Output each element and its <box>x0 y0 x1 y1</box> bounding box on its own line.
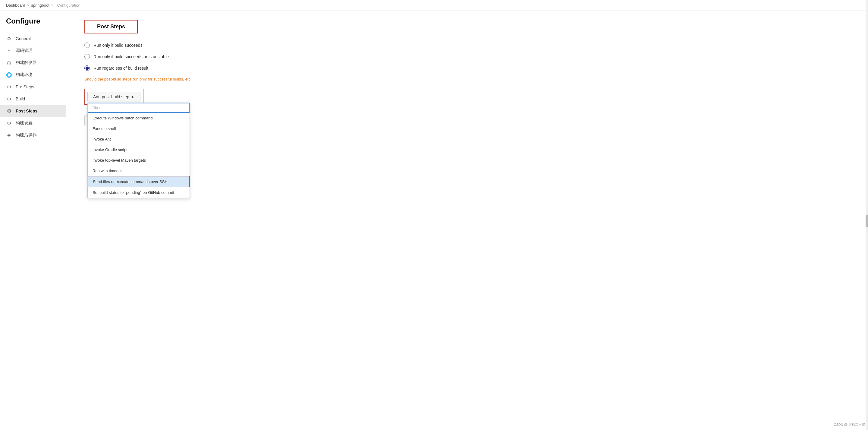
clock-icon: ◷ <box>6 60 12 66</box>
breadcrumb: Dashboard > springboot > Configuration <box>0 0 868 11</box>
gear-icon-2: ⚙ <box>6 84 12 90</box>
gear-icon-4: ⚙ <box>6 108 12 114</box>
breadcrumb-dashboard[interactable]: Dashboard <box>6 3 25 7</box>
radio-input-3[interactable] <box>84 65 90 71</box>
dropdown-item-2[interactable]: Execute shell <box>88 123 190 134</box>
sidebar-item-source[interactable]: ⑂ 源码管理 <box>0 45 66 57</box>
radio-label-3: Run regardless of build result <box>93 66 148 70</box>
main-content: Post Steps Run only if build succeeds Ru… <box>66 11 868 429</box>
sidebar-item-label: 构建环境 <box>16 72 33 78</box>
breadcrumb-springboot[interactable]: springboot <box>31 3 50 7</box>
hint-text: Should the post-build steps run only for… <box>84 77 850 81</box>
add-post-build-step-button[interactable]: Add post-build step ▲ <box>87 92 141 102</box>
sidebar-item-env[interactable]: 🌐 构建环境 <box>0 69 66 81</box>
radio-input-2[interactable] <box>84 54 90 59</box>
post-steps-title-box: Post Steps <box>84 20 138 33</box>
sidebar-item-general[interactable]: ⚙ General <box>0 33 66 45</box>
dropdown-item-3[interactable]: Invoke Ant <box>88 134 190 144</box>
dropdown-item-7[interactable]: Send files or execute commands over SSH <box>88 176 190 187</box>
dropdown-item-4[interactable]: Invoke Gradle script <box>88 144 190 155</box>
gear-icon-3: ⚙ <box>6 96 12 102</box>
cube-icon: ◈ <box>6 132 12 138</box>
gear-icon-5: ⚙ <box>6 120 12 126</box>
dropdown-item-5[interactable]: Invoke top-level Maven targets <box>88 155 190 166</box>
sidebar-item-post-build[interactable]: ◈ 构建后操作 <box>0 129 66 141</box>
radio-option-3[interactable]: Run regardless of build result <box>84 65 850 71</box>
dropdown-item-6[interactable]: Run with timeout <box>88 166 190 176</box>
sidebar-item-label: 构建触发器 <box>16 60 37 65</box>
dropdown-item-1[interactable]: Execute Windows batch command <box>88 113 190 123</box>
gear-icon: ⚙ <box>6 36 12 41</box>
sidebar-item-build[interactable]: ⚙ Build <box>0 93 66 105</box>
sidebar-item-post-steps[interactable]: ⚙ Post Steps <box>0 105 66 117</box>
sidebar-item-label: Build <box>16 96 25 101</box>
sidebar-item-build-settings[interactable]: ⚙ 构建设置 <box>0 117 66 129</box>
radio-label-2: Run only if build succeeds or is unstabl… <box>93 54 169 59</box>
breadcrumb-current: Configuration <box>57 3 81 7</box>
radio-group: Run only if build succeeds Run only if b… <box>84 42 850 71</box>
radio-option-1[interactable]: Run only if build succeeds <box>84 42 850 48</box>
dropdown-menu: Execute Windows batch command Execute sh… <box>87 103 190 198</box>
sidebar-item-label: 源码管理 <box>16 48 33 53</box>
add-button-label: Add post-build step ▲ <box>93 94 135 99</box>
sidebar-item-label: General <box>16 36 31 41</box>
watermark: CSDN @ 雪糕二当家 <box>834 423 865 427</box>
post-steps-title: Post Steps <box>97 24 125 30</box>
radio-input-1[interactable] <box>84 42 90 48</box>
sidebar-item-triggers[interactable]: ◷ 构建触发器 <box>0 57 66 69</box>
sidebar-item-label: Post Steps <box>16 109 37 113</box>
scrollbar[interactable] <box>866 0 868 429</box>
sidebar-item-label: 构建设置 <box>16 120 33 126</box>
add-step-container: Add post-build step ▲ Execute Windows ba… <box>84 89 144 105</box>
dropdown-container: Add post-build step ▲ Execute Windows ba… <box>87 92 141 102</box>
scroll-thumb[interactable] <box>866 215 868 227</box>
globe-icon: 🌐 <box>6 72 12 78</box>
source-icon: ⑂ <box>6 48 12 54</box>
radio-label-1: Run only if build succeeds <box>93 43 143 48</box>
page-title: Configure <box>0 17 66 33</box>
filter-input[interactable] <box>88 103 190 113</box>
radio-option-2[interactable]: Run only if build succeeds or is unstabl… <box>84 54 850 59</box>
sidebar-item-label: Pre Steps <box>16 84 34 89</box>
dropdown-item-8[interactable]: Set build status to "pending" on GitHub … <box>88 187 190 198</box>
sidebar: Configure ⚙ General ⑂ 源码管理 ◷ 构建触发器 🌐 构建环… <box>0 11 66 429</box>
sidebar-item-label: 构建后操作 <box>16 133 37 138</box>
sidebar-item-pre-steps[interactable]: ⚙ Pre Steps <box>0 81 66 93</box>
